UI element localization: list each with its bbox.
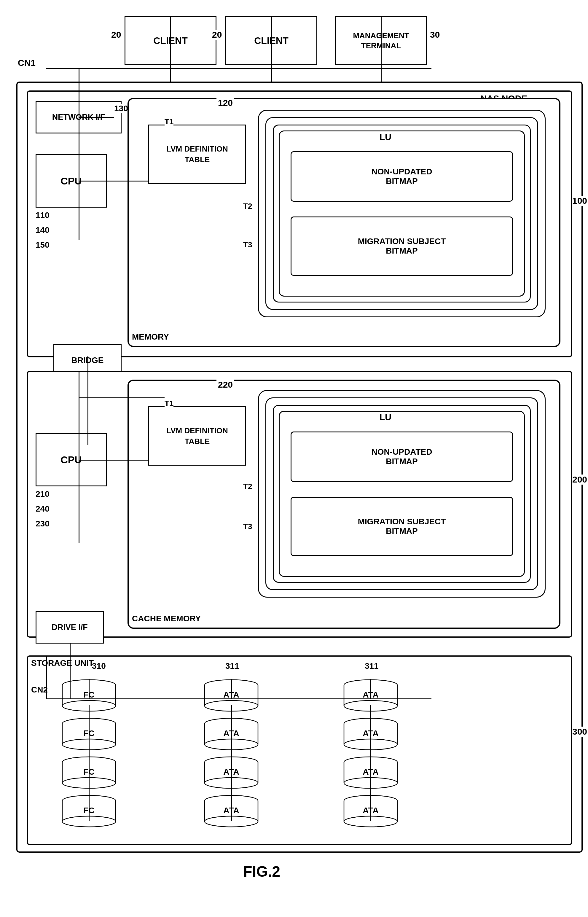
lvm-def-table1-label: LVM DEFINITION TABLE (166, 144, 228, 165)
ata2-col-line2 (370, 744, 371, 782)
cn2-label: CN2 (31, 685, 48, 694)
lu2-label: LU (380, 412, 391, 422)
lvm-def-table2-box: LVM DEFINITION TABLE (148, 406, 246, 466)
memory-label: MEMORY (132, 332, 169, 342)
non-updated-bitmap2-box: NON-UPDATED BITMAP (291, 431, 513, 482)
cn2-to-ata1 (231, 679, 232, 698)
ref20-1: 20 (111, 30, 121, 40)
ref230: 230 (36, 519, 50, 528)
ref220: 220 (216, 379, 234, 390)
ata2-col-line (370, 705, 371, 744)
ata2-col-line3 (370, 782, 371, 821)
ref200: 200 (572, 475, 587, 484)
client1-up (170, 16, 171, 68)
cn1-label: CN1 (18, 58, 36, 68)
top-bus-line (46, 68, 431, 69)
sc-hline1 (79, 397, 165, 398)
ata1-col-line3 (231, 782, 232, 821)
ata1-col-line2 (231, 744, 232, 782)
t3-1-label: T3 (243, 240, 252, 249)
ref120: 120 (216, 98, 234, 108)
mgmt-up (381, 16, 381, 68)
t2-2-label: T2 (243, 482, 252, 491)
storage-unit-label: STORAGE UNIT (31, 659, 94, 668)
fig2-label: FIG.2 (243, 863, 280, 880)
ref210: 210 (36, 489, 50, 499)
ref311-2: 311 (365, 661, 379, 671)
client2-up (271, 16, 272, 68)
driveif-to-cn2 (70, 644, 71, 698)
migration-bitmap2-label: MIGRATION SUBJECT BITMAP (358, 517, 446, 536)
ref130: 130 (114, 104, 128, 113)
ref300: 300 (572, 726, 587, 737)
ref310: 310 (92, 661, 106, 671)
ref100: 100 (572, 196, 587, 206)
cn1-hline-to-netif (79, 117, 114, 118)
cn2-to-ata2 (370, 679, 371, 698)
sc-vline (79, 371, 79, 543)
fc-col-line3 (89, 782, 90, 821)
ref240: 240 (36, 504, 50, 513)
t1-2-label: T1 (165, 399, 173, 408)
fc-col-line (89, 705, 90, 744)
drive-if-label: DRIVE I/F (52, 623, 88, 632)
cache-memory-label: CACHE MEMORY (132, 614, 201, 623)
migration-bitmap1-box: MIGRATION SUBJECT BITMAP (291, 216, 513, 276)
ref20-2: 20 (212, 30, 222, 40)
ref311-1: 311 (225, 661, 239, 671)
t3-2-label: T3 (243, 522, 252, 531)
non-updated-bitmap1-label: NON-UPDATED BITMAP (372, 167, 432, 186)
cn2-to-fc (89, 679, 90, 698)
cn1-hline-to-netif2 (79, 181, 114, 181)
nas-to-bridge (87, 356, 88, 379)
fc-col-line2 (89, 744, 90, 782)
lvm-def-table2-label: LVM DEFINITION TABLE (166, 425, 228, 447)
non-updated-bitmap1-box: NON-UPDATED BITMAP (291, 151, 513, 202)
migration-bitmap2-box: MIGRATION SUBJECT BITMAP (291, 497, 513, 556)
migration-bitmap1-label: MIGRATION SUBJECT BITMAP (358, 237, 446, 256)
drive-if-box: DRIVE I/F (36, 611, 104, 644)
non-updated-bitmap2-label: NON-UPDATED BITMAP (372, 447, 432, 466)
ref150: 150 (36, 240, 50, 250)
lu1-label: LU (380, 132, 391, 142)
cn2-left-line (46, 655, 47, 698)
ata1-col-line (231, 705, 232, 744)
ref110: 110 (36, 211, 50, 220)
sc-hline2 (79, 460, 114, 460)
ref30: 30 (430, 30, 440, 40)
ref140: 140 (36, 225, 50, 235)
cn2-hline (46, 698, 431, 699)
t2-1-label: T2 (243, 202, 252, 211)
cn1-vline (79, 68, 79, 240)
t1-1-label: T1 (165, 117, 173, 126)
diagram: CLIENT CLIENT MANAGEMENT TERMINAL 20 20 … (0, 0, 588, 917)
lvm-def-table1-box: LVM DEFINITION TABLE (148, 124, 246, 184)
